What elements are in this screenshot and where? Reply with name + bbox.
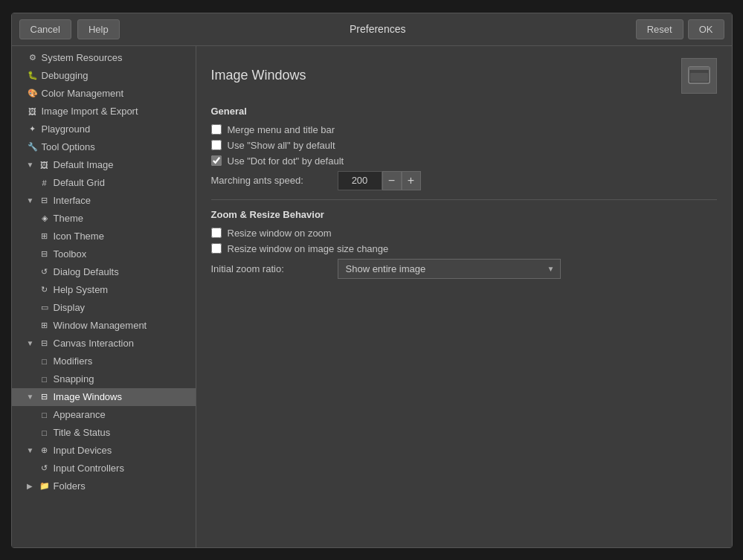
sidebar-item-appearance[interactable]: □ Appearance [12,406,196,424]
titlebar: Cancel Help Preferences Reset OK [12,13,732,46]
sidebar-item-image-import-export[interactable]: 🖼 Image Import & Export [12,103,196,120]
snapping-icon: □ [39,373,51,385]
system-resources-icon: ⚙ [27,52,39,64]
dot-for-dot-checkbox[interactable] [211,155,222,166]
display-icon: ▭ [39,302,51,314]
sidebar-item-debugging[interactable]: 🐛 Debugging [12,67,196,85]
help-system-icon: ↻ [39,284,51,296]
sidebar-item-label: Color Management [42,88,124,99]
sidebar-item-title-status[interactable]: □ Title & Status [12,424,196,442]
sidebar-item-label: System Resources [42,52,123,63]
image-windows-icon: ⊟ [39,391,51,403]
initial-zoom-label: Initial zoom ratio: [211,263,330,274]
marching-ants-row: Marching ants speed: 200 − + [211,171,717,190]
help-button[interactable]: Help [77,19,120,39]
initial-zoom-select-wrapper: Show entire image Fit in window 100% Rem… [338,259,561,279]
input-devices-icon: ⊕ [39,445,51,457]
resize-on-image-change-label[interactable]: Resize window on image size change [228,243,389,254]
sidebar-item-label: Snapping [54,373,94,384]
sidebar-item-label: Help System [54,284,109,295]
sidebar-item-playground[interactable]: ✦ Playground [12,120,196,138]
ok-button[interactable]: OK [688,19,724,39]
sidebar-item-tool-options[interactable]: 🔧 Tool Options [12,138,196,156]
folders-icon: 📁 [39,480,51,492]
playground-icon: ✦ [27,123,39,135]
sidebar-item-canvas-interaction[interactable]: ▼ ⊟ Canvas Interaction [12,335,196,353]
default-image-icon: 🖼 [39,159,51,171]
arrow-right-icon: ▶ [27,482,36,490]
title-status-icon: □ [39,427,51,439]
zoom-section-title: Zoom & Resize Behavior [211,209,717,220]
sidebar-item-input-controllers[interactable]: ↺ Input Controllers [12,460,196,477]
resize-on-image-change-checkbox[interactable] [211,243,222,254]
sidebar-item-folders[interactable]: ▶ 📁 Folders [12,477,196,495]
sidebar-item-color-management[interactable]: 🎨 Color Management [12,85,196,103]
sidebar-item-icon-theme[interactable]: ⊞ Icon Theme [12,228,196,245]
sidebar-item-image-windows[interactable]: ▼ ⊟ Image Windows [12,388,196,406]
sidebar-item-modifiers[interactable]: □ Modifiers [12,353,196,370]
sidebar-item-label: Window Management [54,320,147,331]
sidebar-item-help-system[interactable]: ↻ Help System [12,281,196,299]
reset-button[interactable]: Reset [636,19,684,39]
sidebar-item-theme[interactable]: ◈ Theme [12,210,196,228]
checkbox-resize-on-zoom: Resize window on zoom [211,228,717,239]
sidebar-item-interface[interactable]: ▼ ⊟ Interface [12,192,196,210]
arrow-down-icon: ▼ [27,446,36,454]
sidebar: ⚙ System Resources 🐛 Debugging 🎨 Color M… [12,46,196,547]
sidebar-item-label: Appearance [54,409,106,420]
theme-icon: ◈ [39,213,51,225]
sidebar-item-label: Dialog Defaults [54,266,119,277]
checkbox-resize-on-image-change: Resize window on image size change [211,243,717,254]
default-grid-icon: # [39,177,51,189]
sidebar-item-input-devices[interactable]: ▼ ⊕ Input Devices [12,442,196,460]
debugging-icon: 🐛 [27,70,39,82]
sidebar-item-default-image[interactable]: ▼ 🖼 Default Image [12,156,196,174]
sidebar-item-window-management[interactable]: ⊞ Window Management [12,317,196,335]
merge-menu-checkbox[interactable] [211,124,222,135]
sidebar-item-display[interactable]: ▭ Display [12,299,196,317]
main-area: ⚙ System Resources 🐛 Debugging 🎨 Color M… [12,46,732,547]
initial-zoom-row: Initial zoom ratio: Show entire image Fi… [211,259,717,279]
sidebar-item-label: Default Grid [54,177,105,188]
checkbox-merge-menu: Merge menu and title bar [211,124,717,135]
sidebar-item-system-resources[interactable]: ⚙ System Resources [12,49,196,67]
resize-on-zoom-label[interactable]: Resize window on zoom [228,228,332,239]
sidebar-item-label: Theme [54,213,83,224]
modifiers-icon: □ [39,355,51,367]
merge-menu-label[interactable]: Merge menu and title bar [228,124,335,135]
marching-ants-label: Marching ants speed: [211,175,330,186]
sidebar-item-snapping[interactable]: □ Snapping [12,370,196,388]
resize-on-zoom-checkbox[interactable] [211,228,222,238]
page-title: Image Windows [211,68,306,83]
show-all-checkbox[interactable] [211,140,222,150]
checkbox-dot-for-dot: Use "Dot for dot" by default [211,155,717,167]
svg-rect-2 [690,73,708,82]
arrow-down-icon: ▼ [27,161,36,169]
marching-ants-minus-button[interactable]: − [382,171,402,190]
initial-zoom-select[interactable]: Show entire image Fit in window 100% Rem… [338,259,561,279]
sidebar-item-default-grid[interactable]: # Default Grid [12,174,196,192]
sidebar-item-label: Input Controllers [54,463,124,474]
sidebar-item-label: Image Import & Export [42,106,138,117]
arrow-down-icon: ▼ [27,196,36,205]
interface-icon: ⊟ [39,195,51,207]
marching-ants-input[interactable]: 200 [338,171,382,190]
sidebar-item-dialog-defaults[interactable]: ↺ Dialog Defaults [12,263,196,281]
image-import-export-icon: 🖼 [27,106,39,118]
content-area: Image Windows General Merge menu and tit… [196,46,732,547]
sidebar-item-label: Interface [54,195,91,206]
arrow-down-icon: ▼ [27,339,36,347]
cancel-button[interactable]: Cancel [19,19,71,39]
show-all-label[interactable]: Use "Show all" by default [228,140,335,151]
tool-options-icon: 🔧 [27,141,39,153]
sidebar-item-label: Tool Options [42,141,95,152]
sidebar-item-label: Canvas Interaction [54,338,134,349]
canvas-interaction-icon: ⊟ [39,338,51,350]
dot-for-dot-label[interactable]: Use "Dot for dot" by default [228,155,344,167]
input-controllers-icon: ↺ [39,463,51,474]
checkbox-show-all: Use "Show all" by default [211,140,717,151]
marching-ants-plus-button[interactable]: + [402,171,421,190]
svg-rect-1 [689,67,710,70]
sidebar-item-toolbox[interactable]: ⊟ Toolbox [12,245,196,263]
general-section-title: General [211,106,717,117]
